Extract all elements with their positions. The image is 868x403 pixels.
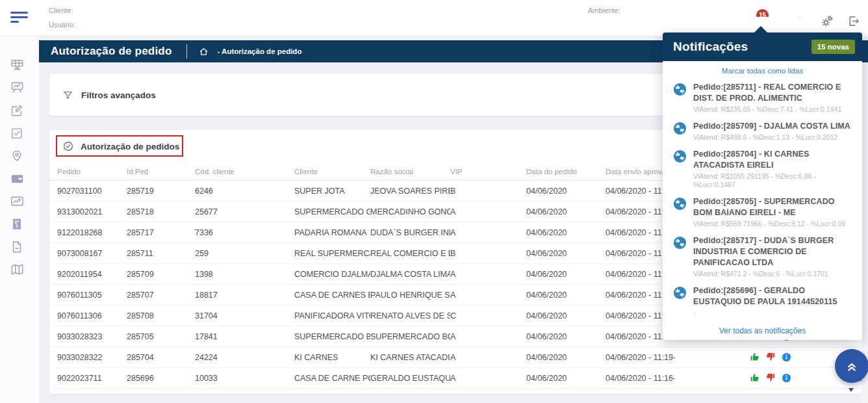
title-divider [186, 44, 187, 58]
table-row: 9033028322 285704 24224 KI CARNES KI CAR… [49, 347, 862, 368]
cell-idped: 285719 [127, 187, 195, 196]
cell-idped: 285717 [127, 228, 195, 237]
reject-thumb-down-icon[interactable] [766, 352, 776, 362]
mark-all-read-link[interactable]: Marcar todas como lidas [663, 61, 862, 77]
logout-icon[interactable] [847, 14, 860, 28]
cell-cliente: CASA DE CARNES BE [294, 291, 370, 300]
notification-detail: VlAtend: R$471.2 - %Desc:6 - %Lucr:0.170… [693, 270, 854, 278]
col-cod-cliente[interactable]: Cód. cliente [195, 168, 294, 176]
order-thumbs-icon [673, 197, 687, 211]
cell-data-pedido: 04/06/2020 [526, 228, 606, 237]
cell-vip: A [450, 374, 526, 383]
order-thumbs-icon [673, 286, 687, 300]
edit-icon[interactable] [0, 99, 39, 122]
notification-detail: - [693, 309, 854, 317]
notification-title: Pedido:[285711] - REAL COMERCIO E DIST. … [693, 82, 854, 104]
cell-razao-social: DJALMA COSTA LIMA [370, 270, 450, 279]
notification-item[interactable]: Pedido:[285696] - GERALDO EUSTAQUIO DE P… [663, 280, 862, 319]
sidebar: $ [0, 36, 39, 403]
col-razao-social[interactable]: Razão social [370, 168, 450, 176]
cell-cod-cliente: 7336 [195, 228, 294, 237]
scroll-to-top-button[interactable] [835, 349, 868, 383]
notification-item[interactable]: Pedido:[285717] - DUDA´S BURGER INDUSTRI… [663, 230, 862, 280]
view-all-notifications-link[interactable]: Ver todas as notificações [663, 319, 862, 340]
col-idped[interactable]: Id.Ped [127, 168, 195, 176]
cell-razao-social: REAL COMERCIO E D [370, 249, 450, 258]
scroll-down-arrow-icon[interactable] [849, 388, 854, 392]
notification-item[interactable]: Pedido:[285704] - KI CARNES ATACADISTA E… [663, 144, 862, 191]
cell-pedido: 9022023711 [57, 374, 127, 383]
cell-cod-cliente: 259 [195, 249, 294, 258]
cell-idped: 285705 [127, 332, 195, 341]
notification-detail: VlAtend: R$498.6 - %Desc:1.13 - %Lucr:0.… [693, 133, 850, 142]
cell-data-pedido: 04/06/2020 [526, 187, 606, 196]
notification-title: Pedido:[285709] - DJALMA COSTA LIMA [693, 121, 850, 132]
notifications-title: Notificações [673, 40, 748, 54]
cell-cliente: PADARIA ROMANA [294, 228, 370, 237]
cell-cliente: PANIFICADORA VITO [294, 311, 370, 320]
notification-item[interactable]: Pedido:[285711] - REAL COMERCIO E DIST. … [663, 77, 862, 116]
notifications-panel: Notificações 15 novas Marcar todas como … [663, 32, 862, 340]
cell-cliente: CASA DE CARNE POR [294, 374, 370, 383]
location-pin-icon[interactable] [0, 144, 39, 167]
filters-title: Filtros avançados [81, 90, 156, 100]
order-thumbs-icon [673, 122, 687, 135]
map-icon[interactable] [0, 258, 39, 281]
presentation-chart-icon[interactable] [0, 76, 39, 99]
cell-vip: A [450, 353, 526, 362]
cell-vip: B [450, 187, 526, 196]
cell-cliente: SUPER JOTA [294, 187, 370, 196]
order-thumbs-icon [673, 83, 687, 96]
double-chevron-up-icon [845, 359, 859, 373]
checkbox-icon[interactable] [0, 122, 39, 144]
notification-title: Pedido:[285696] - GERALDO EUSTAQUIO DE P… [693, 285, 854, 307]
notification-item[interactable]: Pedido:[285705] - SUPERMERCADO BOM BAIAN… [663, 191, 862, 230]
sales-chart-icon[interactable] [0, 190, 39, 213]
wallet-icon[interactable] [0, 167, 39, 190]
cell-vip: A [450, 332, 526, 341]
page-title: Autorização de pedido [51, 45, 172, 58]
col-vip[interactable]: VIP [450, 168, 526, 176]
cell-cod-cliente: 24224 [195, 353, 294, 362]
menu-icon[interactable] [10, 12, 29, 25]
cell-razao-social: GERALDO EUSTAQUI [370, 374, 450, 383]
cell-data-pedido: 04/06/2020 [526, 353, 606, 362]
approve-thumb-up-icon[interactable] [750, 373, 760, 383]
cell-idped: 285718 [127, 207, 195, 216]
info-icon[interactable] [782, 352, 791, 362]
cell-idped: 285709 [127, 270, 195, 279]
cell-cod-cliente: 17841 [195, 332, 294, 341]
info-icon[interactable] [782, 373, 791, 383]
cell-data-pedido: 04/06/2020 [526, 374, 606, 383]
approve-thumb-up-icon[interactable] [750, 352, 760, 362]
cell-data-envio: 04/06/2020 - 11:16 [606, 374, 672, 383]
cell-vip: A [450, 207, 526, 216]
notification-item[interactable]: Pedido:[285709] - DJALMA COSTA LIMA VlAt… [663, 116, 862, 144]
breadcrumb-home-icon[interactable] [199, 47, 209, 57]
cell-idped: 285696 [127, 374, 195, 383]
cell-pedido: 9033028322 [57, 353, 127, 362]
document-icon[interactable] [0, 235, 39, 258]
notifications-header: Notificações 15 novas [663, 32, 862, 61]
col-cliente[interactable]: Cliente [294, 168, 370, 176]
notification-detail: VlAtend: R$235.65 - %Desc:7.41 - %Lucr:0… [693, 105, 854, 114]
vertical-scrollbar[interactable] [862, 62, 868, 403]
cell-idped: 285708 [127, 311, 195, 320]
cell-cliente: COMERCIO DJALMA [294, 270, 370, 279]
check-circle-icon [62, 140, 74, 152]
cell-vip: C [450, 311, 526, 320]
settings-gears-icon[interactable] [821, 14, 834, 28]
pos-terminal-icon[interactable] [0, 53, 39, 76]
col-data-pedido[interactable]: Data do pedido [526, 168, 606, 176]
invoice-icon[interactable]: $ [0, 213, 39, 235]
cell-razao-social: DUDA´S BURGER IND [370, 228, 450, 237]
notification-detail: VlAtend: R$559.71966 - %Desc:8.12 - %Luc… [693, 220, 854, 228]
cell-data-pedido: 04/06/2020 [526, 207, 606, 216]
reject-thumb-down-icon[interactable] [766, 373, 776, 383]
cell-razao-social: JEOVA SOARES PIRES [370, 187, 450, 196]
cell-data-pedido: 04/06/2020 [526, 332, 606, 341]
col-pedido[interactable]: Pedido [57, 168, 127, 176]
cell-cod-cliente: 25677 [195, 207, 294, 216]
cell-pedido: 9033028323 [57, 332, 127, 341]
cell-cod-cliente: 6246 [195, 187, 294, 196]
